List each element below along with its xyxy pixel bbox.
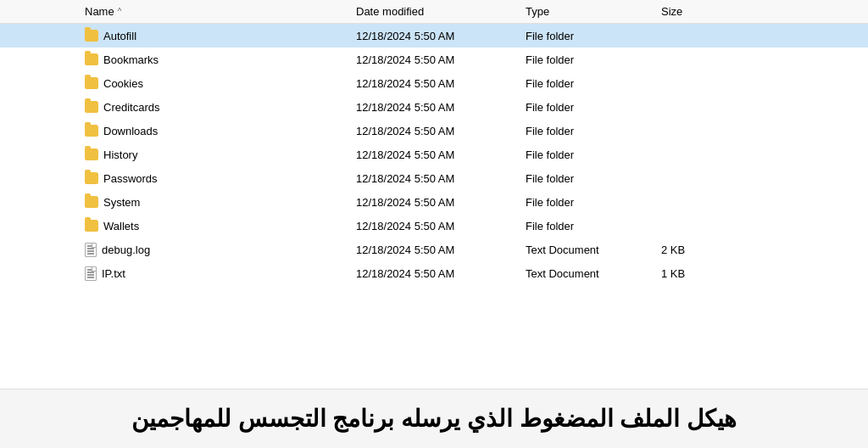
file-name-label: IP.txt [102,267,125,280]
arabic-caption: هيكل الملف المضغوط الذي يرسله برنامج الت… [34,405,834,433]
file-name-label: Cookies [103,77,143,90]
file-date: 12/18/2024 5:50 AM [356,125,526,137]
folder-icon [85,148,98,160]
file-name-cell: Bookmarks [85,53,356,66]
file-name-label: Passwords [103,172,158,185]
table-row[interactable]: Cookies 12/18/2024 5:50 AM File folder [0,71,868,95]
text-file-icon [85,243,97,257]
column-name-header[interactable]: Name ^ [85,5,356,18]
file-type: File folder [526,196,661,209]
file-date: 12/18/2024 5:50 AM [356,267,526,280]
folder-icon [85,220,98,232]
table-row[interactable]: System 12/18/2024 5:50 AM File folder [0,190,868,214]
file-name-label: Creditcards [103,101,159,114]
file-type: File folder [526,30,661,42]
column-date-header[interactable]: Date modified [356,5,526,18]
file-date: 12/18/2024 5:50 AM [356,172,526,185]
file-name-label: System [103,196,140,209]
file-name-cell: Downloads [85,125,356,137]
folder-icon [85,101,98,113]
file-type: File folder [526,172,661,185]
table-row[interactable]: Passwords 12/18/2024 5:50 AM File folder [0,166,868,190]
table-header: Name ^ Date modified Type Size [0,0,868,24]
table-row[interactable]: Autofill 12/18/2024 5:50 AM File folder [0,24,868,48]
file-name-cell: debug.log [85,243,356,257]
file-size: 2 KB [661,244,729,256]
file-name-label: Autofill [103,30,136,42]
file-date: 12/18/2024 5:50 AM [356,196,526,209]
folder-icon [85,196,98,208]
file-name-cell: Creditcards [85,101,356,114]
column-size-header[interactable]: Size [661,5,729,18]
file-size: 1 KB [661,267,729,280]
table-row[interactable]: debug.log 12/18/2024 5:50 AM Text Docume… [0,238,868,261]
file-name-label: Downloads [103,125,158,137]
table-row[interactable]: IP.txt 12/18/2024 5:50 AM Text Document … [0,261,868,285]
file-name-label: History [103,148,137,161]
file-type: Text Document [526,244,661,256]
table-row[interactable]: Creditcards 12/18/2024 5:50 AM File fold… [0,95,868,119]
folder-icon [85,30,98,42]
table-row[interactable]: History 12/18/2024 5:50 AM File folder [0,143,868,166]
table-row[interactable]: Bookmarks 12/18/2024 5:50 AM File folder [0,48,868,71]
file-name-cell: Cookies [85,77,356,90]
file-date: 12/18/2024 5:50 AM [356,220,526,232]
file-type: File folder [526,220,661,232]
folder-icon [85,125,98,137]
file-name-cell: IP.txt [85,266,356,281]
file-date: 12/18/2024 5:50 AM [356,30,526,42]
file-date: 12/18/2024 5:50 AM [356,148,526,161]
file-type: File folder [526,148,661,161]
bottom-section: هيكل الملف المضغوط الذي يرسله برنامج الت… [0,389,868,448]
table-row[interactable]: Wallets 12/18/2024 5:50 AM File folder [0,214,868,238]
file-date: 12/18/2024 5:50 AM [356,244,526,256]
file-name-cell: Autofill [85,30,356,42]
file-name-cell: Wallets [85,220,356,232]
file-name-cell: Passwords [85,172,356,185]
folder-icon [85,172,98,184]
folder-icon [85,77,98,89]
column-type-header[interactable]: Type [526,5,661,18]
file-type: File folder [526,101,661,114]
file-date: 12/18/2024 5:50 AM [356,101,526,114]
file-date: 12/18/2024 5:50 AM [356,77,526,90]
file-explorer: Name ^ Date modified Type Size Autofill … [0,0,868,448]
table-row[interactable]: Downloads 12/18/2024 5:50 AM File folder [0,119,868,143]
table-body[interactable]: Autofill 12/18/2024 5:50 AM File folder … [0,24,868,389]
col-name-label: Name [85,5,114,18]
file-name-label: debug.log [102,244,150,256]
file-name-label: Bookmarks [103,53,159,66]
sort-arrow-icon: ^ [118,7,122,16]
file-date: 12/18/2024 5:50 AM [356,53,526,66]
file-name-label: Wallets [103,220,139,232]
file-type: Text Document [526,267,661,280]
file-name-cell: System [85,196,356,209]
folder-icon [85,53,98,65]
file-name-cell: History [85,148,356,161]
file-type: File folder [526,53,661,66]
file-type: File folder [526,125,661,137]
text-file-icon [85,266,97,281]
file-type: File folder [526,77,661,90]
